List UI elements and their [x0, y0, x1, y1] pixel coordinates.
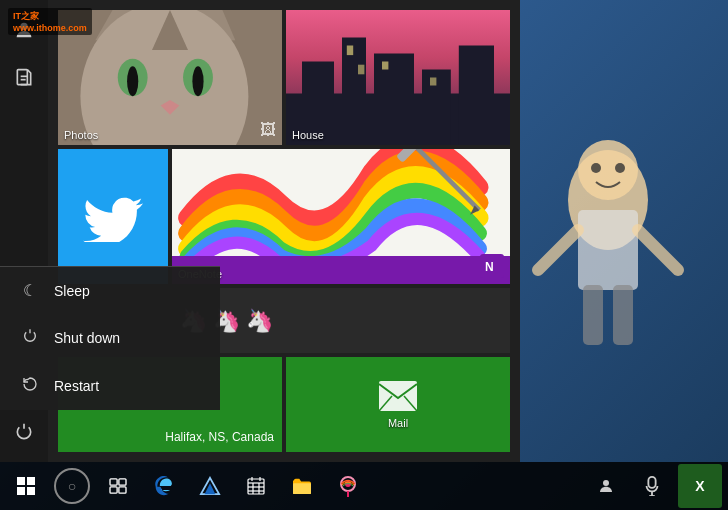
cortana-button[interactable]: ○ [50, 464, 94, 508]
app-mountain-icon [199, 476, 221, 496]
cartoon-character-svg [508, 50, 708, 462]
watermark-url: www.ithome.com [13, 23, 87, 33]
svg-rect-31 [382, 62, 388, 70]
svg-point-16 [80, 10, 248, 145]
svg-rect-2 [578, 210, 638, 290]
svg-point-19 [127, 66, 138, 96]
svg-rect-40 [27, 477, 35, 485]
task-view-button[interactable] [96, 464, 140, 508]
shutdown-label: Shut down [54, 330, 120, 346]
taskbar: ○ [0, 462, 728, 510]
folder-icon [292, 477, 312, 495]
svg-rect-39 [17, 477, 25, 485]
sidebar-documents-icon[interactable] [4, 58, 44, 98]
tile-house-bg [286, 10, 510, 145]
svg-rect-5 [583, 285, 603, 345]
svg-rect-29 [347, 46, 353, 56]
power-menu: ☾ Sleep Shut down Restart [0, 266, 220, 410]
photos-tile-icon: 🖼 [260, 121, 276, 139]
start-button[interactable] [4, 464, 48, 508]
onenote-icon-badge: N [480, 254, 504, 278]
tile-house-label: House [292, 129, 324, 141]
svg-text:N: N [485, 260, 494, 274]
onenote-sketch [172, 149, 510, 256]
svg-rect-30 [358, 65, 364, 75]
sleep-label: Sleep [54, 283, 90, 299]
tile-twitter[interactable] [58, 149, 168, 284]
app-arrow-button[interactable] [188, 464, 232, 508]
restart-label: Restart [54, 378, 99, 394]
tile-mail[interactable]: Mail [286, 357, 510, 452]
desktop-cartoon [508, 50, 708, 462]
taskbar-right: X [584, 462, 724, 510]
mail-envelope-icon [378, 380, 418, 412]
cortana-icon: ○ [68, 478, 76, 494]
people-icon [597, 477, 615, 495]
svg-point-8 [615, 163, 625, 173]
restart-icon [20, 376, 40, 396]
svg-rect-41 [17, 487, 25, 495]
tile-weather-label: Halifax, NS, Canada [165, 430, 274, 444]
svg-rect-38 [379, 381, 417, 411]
edge-icon [154, 476, 174, 496]
svg-rect-46 [119, 487, 126, 493]
svg-rect-62 [648, 477, 655, 488]
edge-button[interactable] [142, 464, 186, 508]
twitter-bird-icon [83, 192, 143, 242]
svg-point-61 [603, 480, 609, 486]
svg-rect-57 [293, 483, 311, 494]
svg-point-1 [578, 140, 638, 200]
sleep-icon: ☾ [20, 281, 40, 300]
svg-point-7 [591, 163, 601, 173]
excel-label: X [695, 478, 704, 494]
svg-rect-42 [27, 487, 35, 495]
excel-button[interactable]: X [678, 464, 722, 508]
task-view-icon [109, 478, 127, 494]
svg-point-20 [192, 66, 203, 96]
windows-logo-icon [17, 477, 35, 495]
svg-rect-44 [119, 479, 126, 485]
tile-photos-label: Photos [64, 129, 98, 141]
shutdown-icon [20, 328, 40, 348]
file-explorer-button[interactable] [280, 464, 324, 508]
maps-icon [338, 475, 358, 497]
watermark-brand: IT之家 [13, 11, 39, 21]
calendar-icon [247, 477, 265, 495]
tile-house[interactable]: House [286, 10, 510, 145]
maps-button[interactable] [326, 464, 370, 508]
mic-button[interactable] [630, 464, 674, 508]
svg-rect-6 [613, 285, 633, 345]
svg-line-3 [538, 230, 578, 270]
svg-rect-25 [342, 38, 366, 146]
svg-line-4 [638, 230, 678, 270]
svg-rect-28 [459, 46, 494, 146]
mic-icon [645, 476, 659, 496]
power-menu-restart[interactable]: Restart [0, 362, 220, 410]
people-button[interactable] [584, 464, 628, 508]
watermark: IT之家 www.ithome.com [8, 8, 92, 35]
power-menu-shutdown[interactable]: Shut down [0, 314, 220, 362]
tile-onenote[interactable]: OneNote N [172, 149, 510, 284]
calendar-button[interactable] [234, 464, 278, 508]
svg-rect-43 [110, 479, 117, 485]
svg-rect-32 [430, 78, 436, 86]
tile-mail-label: Mail [388, 417, 408, 429]
cortana-circle: ○ [54, 468, 90, 504]
unicorn-emoji-3: 🦄 [246, 308, 273, 334]
sidebar-power-icon[interactable] [4, 412, 44, 452]
tile-unicorn-row: 🦄 🦄 🦄 [172, 288, 510, 353]
svg-rect-26 [374, 54, 414, 146]
power-menu-sleep[interactable]: ☾ Sleep [0, 267, 220, 314]
svg-rect-45 [110, 487, 117, 493]
